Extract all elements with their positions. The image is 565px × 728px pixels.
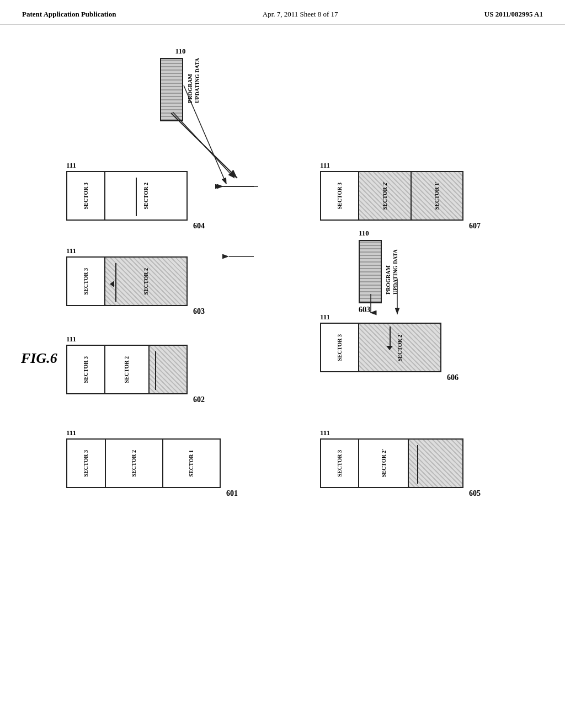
ref-111-606: 111 [320,313,330,321]
ref-111-601: 111 [66,429,76,437]
step-605: 605 [469,489,481,497]
block-603-left: 111 SECTOR 3 SECTOR 2 603 [66,245,205,316]
diagram-container: 110 PROGRAMUPDATING DATA [66,41,563,720]
ref-111-603l: 111 [66,247,76,255]
step-607: 607 [469,222,481,230]
step-601: 601 [226,489,238,497]
sector1p-607: SECTOR 1' [412,172,462,220]
sector2-603l: SECTOR 2 [105,258,186,305]
prog-data-right-mid: 110 PROGRAMUPDATING DATA 603 [359,229,399,314]
main-content: FIG.6 110 PROGRAMUPDATING DATA [0,25,565,728]
sector2p-606: SECTOR 2' [359,324,440,371]
sector3-601: SECTOR 3 [67,440,106,487]
figure-label: FIG.6 [21,350,57,367]
sector2-604: SECTOR 2 [105,172,186,220]
ref-111-604: 111 [66,161,76,169]
sector3-604: SECTOR 3 [67,172,105,220]
block-605-right: 111 SECTOR 3 SECTOR 2' 605 [320,427,481,498]
block-602-left: 111 SECTOR 3 SECTOR 2 602 [66,334,205,404]
sector3-602: SECTOR 3 [67,346,105,393]
sector2p-605-hatched [409,440,462,487]
sector3-603l: SECTOR 3 [67,258,105,305]
sector2p-605-plain: SECTOR 2' [359,440,408,487]
block-607-right: 111 SECTOR 3 SECTOR 2' SECTOR 1' 607 [320,160,481,231]
program-data-top: 110 PROGRAMUPDATING DATA [160,47,201,121]
ref-111-607: 111 [320,161,330,169]
sector2p-607: SECTOR 2' [359,172,411,220]
ref-110-top: 110 [175,47,186,56]
sector2-602-plain: SECTOR 2 [105,346,149,393]
step-604: 604 [193,222,205,230]
sector3-605: SECTOR 3 [321,440,359,487]
program-data-box-top [160,58,183,121]
block-601-left: 111 SECTOR 3 SECTOR 2 SECTOR 1 601 [66,427,238,498]
sector3-607: SECTOR 3 [321,172,359,220]
page-header: Patent Application Publication Apr. 7, 2… [0,0,565,25]
sector2-602-hatched [150,346,186,393]
sector2-601: SECTOR 2 [106,440,163,487]
prog-label-mid: PROGRAMUPDATING DATA [385,249,399,295]
header-patent-num: US 2011/082995 A1 [484,10,543,19]
block-604-left: 111 SECTOR 3 SECTOR 2 604 [66,160,205,231]
step-603l: 603 [193,307,205,315]
prog-data-box-mid [359,240,382,303]
prog-data-label-top: PROGRAMUPDATING DATA [186,58,201,103]
step-606: 606 [447,373,459,382]
ref-111-605: 111 [320,429,330,437]
ref-111-602: 111 [66,335,76,343]
ref-110-mid: 110 [359,229,399,238]
block-606-right: 111 SECTOR 3 SECTOR 2' 606 [320,312,459,382]
sector1-601: SECTOR 1 [163,440,220,487]
header-date-sheet: Apr. 7, 2011 Sheet 8 of 17 [263,10,338,19]
step-602: 602 [193,395,205,404]
sector3-606: SECTOR 3 [321,324,359,371]
header-publication: Patent Application Publication [22,10,116,19]
